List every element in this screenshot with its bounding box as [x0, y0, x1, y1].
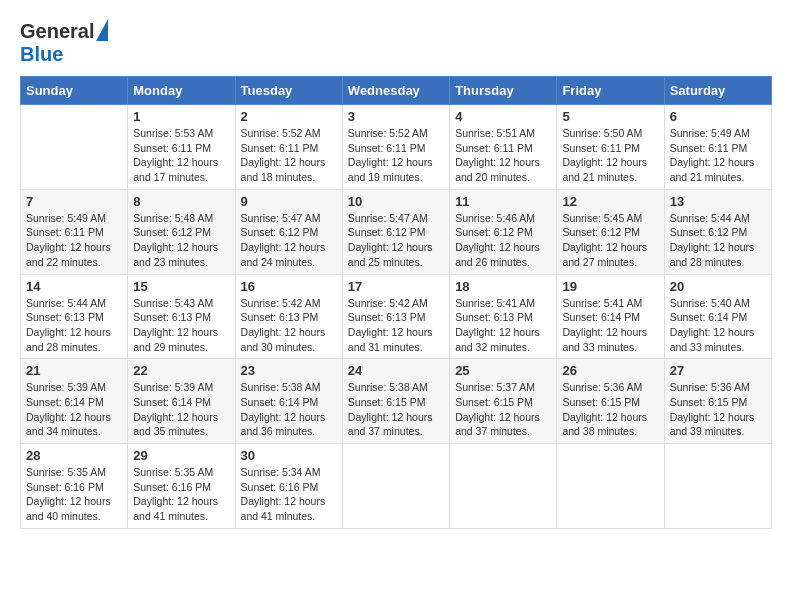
day-number: 17: [348, 279, 444, 294]
logo-line2: Blue: [20, 43, 108, 66]
header-day: Thursday: [450, 77, 557, 105]
day-info: Sunrise: 5:41 AM Sunset: 6:13 PM Dayligh…: [455, 296, 551, 355]
day-info: Sunrise: 5:49 AM Sunset: 6:11 PM Dayligh…: [670, 126, 766, 185]
calendar-week: 14Sunrise: 5:44 AM Sunset: 6:13 PM Dayli…: [21, 274, 772, 359]
day-number: 26: [562, 363, 658, 378]
day-info: Sunrise: 5:36 AM Sunset: 6:15 PM Dayligh…: [670, 380, 766, 439]
calendar-cell: 11Sunrise: 5:46 AM Sunset: 6:12 PM Dayli…: [450, 189, 557, 274]
calendar-cell: 4Sunrise: 5:51 AM Sunset: 6:11 PM Daylig…: [450, 105, 557, 190]
header: General Blue: [20, 20, 772, 66]
logo: General Blue: [20, 20, 108, 66]
day-info: Sunrise: 5:35 AM Sunset: 6:16 PM Dayligh…: [133, 465, 229, 524]
header-day: Monday: [128, 77, 235, 105]
day-number: 1: [133, 109, 229, 124]
day-info: Sunrise: 5:42 AM Sunset: 6:13 PM Dayligh…: [348, 296, 444, 355]
day-info: Sunrise: 5:38 AM Sunset: 6:15 PM Dayligh…: [348, 380, 444, 439]
calendar-cell: 27Sunrise: 5:36 AM Sunset: 6:15 PM Dayli…: [664, 359, 771, 444]
calendar-cell: 20Sunrise: 5:40 AM Sunset: 6:14 PM Dayli…: [664, 274, 771, 359]
calendar-week: 28Sunrise: 5:35 AM Sunset: 6:16 PM Dayli…: [21, 444, 772, 529]
day-info: Sunrise: 5:39 AM Sunset: 6:14 PM Dayligh…: [133, 380, 229, 439]
day-number: 15: [133, 279, 229, 294]
calendar-cell: 23Sunrise: 5:38 AM Sunset: 6:14 PM Dayli…: [235, 359, 342, 444]
calendar-cell: [21, 105, 128, 190]
day-number: 30: [241, 448, 337, 463]
calendar-cell: 1Sunrise: 5:53 AM Sunset: 6:11 PM Daylig…: [128, 105, 235, 190]
header-day: Wednesday: [342, 77, 449, 105]
day-number: 4: [455, 109, 551, 124]
calendar-cell: 26Sunrise: 5:36 AM Sunset: 6:15 PM Dayli…: [557, 359, 664, 444]
logo-triangle-icon: [96, 19, 108, 41]
day-number: 21: [26, 363, 122, 378]
day-number: 27: [670, 363, 766, 378]
day-number: 13: [670, 194, 766, 209]
calendar-cell: [342, 444, 449, 529]
day-number: 19: [562, 279, 658, 294]
calendar-cell: 6Sunrise: 5:49 AM Sunset: 6:11 PM Daylig…: [664, 105, 771, 190]
day-info: Sunrise: 5:44 AM Sunset: 6:12 PM Dayligh…: [670, 211, 766, 270]
calendar-cell: [664, 444, 771, 529]
calendar-cell: 22Sunrise: 5:39 AM Sunset: 6:14 PM Dayli…: [128, 359, 235, 444]
calendar-cell: 17Sunrise: 5:42 AM Sunset: 6:13 PM Dayli…: [342, 274, 449, 359]
day-info: Sunrise: 5:52 AM Sunset: 6:11 PM Dayligh…: [348, 126, 444, 185]
day-info: Sunrise: 5:50 AM Sunset: 6:11 PM Dayligh…: [562, 126, 658, 185]
calendar-cell: [557, 444, 664, 529]
day-info: Sunrise: 5:36 AM Sunset: 6:15 PM Dayligh…: [562, 380, 658, 439]
header-day: Tuesday: [235, 77, 342, 105]
day-number: 10: [348, 194, 444, 209]
day-number: 7: [26, 194, 122, 209]
day-number: 29: [133, 448, 229, 463]
calendar-cell: 14Sunrise: 5:44 AM Sunset: 6:13 PM Dayli…: [21, 274, 128, 359]
calendar-cell: 15Sunrise: 5:43 AM Sunset: 6:13 PM Dayli…: [128, 274, 235, 359]
day-info: Sunrise: 5:45 AM Sunset: 6:12 PM Dayligh…: [562, 211, 658, 270]
header-day: Saturday: [664, 77, 771, 105]
day-info: Sunrise: 5:49 AM Sunset: 6:11 PM Dayligh…: [26, 211, 122, 270]
day-info: Sunrise: 5:47 AM Sunset: 6:12 PM Dayligh…: [241, 211, 337, 270]
calendar-table: SundayMondayTuesdayWednesdayThursdayFrid…: [20, 76, 772, 529]
header-day: Friday: [557, 77, 664, 105]
day-number: 18: [455, 279, 551, 294]
day-info: Sunrise: 5:53 AM Sunset: 6:11 PM Dayligh…: [133, 126, 229, 185]
day-info: Sunrise: 5:52 AM Sunset: 6:11 PM Dayligh…: [241, 126, 337, 185]
calendar-cell: 9Sunrise: 5:47 AM Sunset: 6:12 PM Daylig…: [235, 189, 342, 274]
calendar-cell: 21Sunrise: 5:39 AM Sunset: 6:14 PM Dayli…: [21, 359, 128, 444]
day-number: 9: [241, 194, 337, 209]
logo-line1: General: [20, 20, 94, 43]
day-number: 28: [26, 448, 122, 463]
day-info: Sunrise: 5:47 AM Sunset: 6:12 PM Dayligh…: [348, 211, 444, 270]
calendar-week: 7Sunrise: 5:49 AM Sunset: 6:11 PM Daylig…: [21, 189, 772, 274]
calendar-week: 1Sunrise: 5:53 AM Sunset: 6:11 PM Daylig…: [21, 105, 772, 190]
day-info: Sunrise: 5:34 AM Sunset: 6:16 PM Dayligh…: [241, 465, 337, 524]
calendar-cell: 10Sunrise: 5:47 AM Sunset: 6:12 PM Dayli…: [342, 189, 449, 274]
day-number: 23: [241, 363, 337, 378]
day-number: 24: [348, 363, 444, 378]
day-info: Sunrise: 5:41 AM Sunset: 6:14 PM Dayligh…: [562, 296, 658, 355]
day-info: Sunrise: 5:51 AM Sunset: 6:11 PM Dayligh…: [455, 126, 551, 185]
day-number: 8: [133, 194, 229, 209]
calendar-cell: 5Sunrise: 5:50 AM Sunset: 6:11 PM Daylig…: [557, 105, 664, 190]
day-number: 3: [348, 109, 444, 124]
calendar-cell: 3Sunrise: 5:52 AM Sunset: 6:11 PM Daylig…: [342, 105, 449, 190]
day-info: Sunrise: 5:43 AM Sunset: 6:13 PM Dayligh…: [133, 296, 229, 355]
day-info: Sunrise: 5:44 AM Sunset: 6:13 PM Dayligh…: [26, 296, 122, 355]
header-row: SundayMondayTuesdayWednesdayThursdayFrid…: [21, 77, 772, 105]
calendar-cell: 2Sunrise: 5:52 AM Sunset: 6:11 PM Daylig…: [235, 105, 342, 190]
calendar-cell: [450, 444, 557, 529]
calendar-body: 1Sunrise: 5:53 AM Sunset: 6:11 PM Daylig…: [21, 105, 772, 529]
calendar-cell: 13Sunrise: 5:44 AM Sunset: 6:12 PM Dayli…: [664, 189, 771, 274]
calendar-cell: 8Sunrise: 5:48 AM Sunset: 6:12 PM Daylig…: [128, 189, 235, 274]
calendar-cell: 18Sunrise: 5:41 AM Sunset: 6:13 PM Dayli…: [450, 274, 557, 359]
day-number: 11: [455, 194, 551, 209]
calendar-cell: 25Sunrise: 5:37 AM Sunset: 6:15 PM Dayli…: [450, 359, 557, 444]
day-info: Sunrise: 5:39 AM Sunset: 6:14 PM Dayligh…: [26, 380, 122, 439]
day-number: 2: [241, 109, 337, 124]
day-info: Sunrise: 5:46 AM Sunset: 6:12 PM Dayligh…: [455, 211, 551, 270]
day-number: 6: [670, 109, 766, 124]
logo-text: General Blue: [20, 20, 108, 66]
day-info: Sunrise: 5:35 AM Sunset: 6:16 PM Dayligh…: [26, 465, 122, 524]
day-info: Sunrise: 5:37 AM Sunset: 6:15 PM Dayligh…: [455, 380, 551, 439]
day-info: Sunrise: 5:40 AM Sunset: 6:14 PM Dayligh…: [670, 296, 766, 355]
day-number: 25: [455, 363, 551, 378]
day-number: 14: [26, 279, 122, 294]
day-number: 5: [562, 109, 658, 124]
day-info: Sunrise: 5:48 AM Sunset: 6:12 PM Dayligh…: [133, 211, 229, 270]
